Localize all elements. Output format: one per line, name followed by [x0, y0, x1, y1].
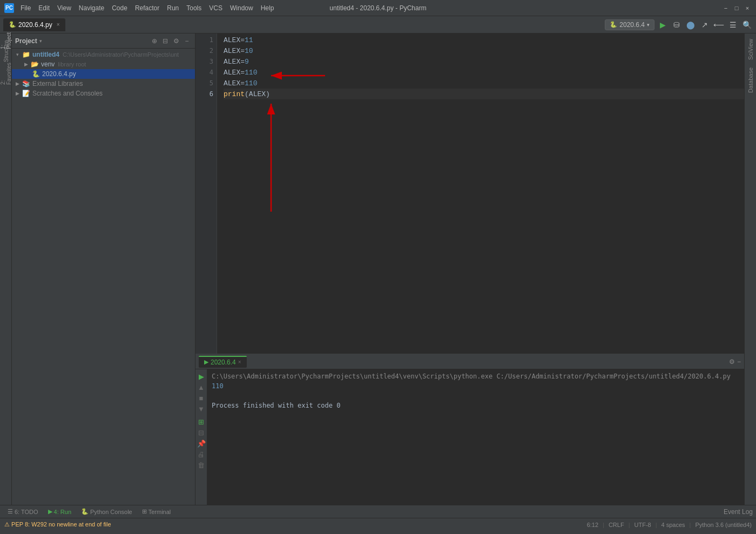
footer-right: Event Log: [724, 508, 753, 516]
minimize-button[interactable]: −: [721, 4, 730, 12]
event-log-link[interactable]: Event Log: [724, 508, 753, 516]
menu-edit[interactable]: Edit: [35, 3, 53, 13]
footer-tabs: ☰ 6: TODO ▶ 4: Run 🐍 Python Console ⊞ Te…: [0, 505, 756, 518]
run-footer-tab[interactable]: ▶ 4: Run: [44, 507, 76, 516]
line-num-5: 5: [195, 78, 217, 89]
project-tree: ▾ 📁 untitled4 C:\Users\Administrator\Pyc…: [12, 49, 195, 505]
run-tab[interactable]: ▶ 2020.6.4 ×: [199, 356, 247, 368]
tree-venv[interactable]: ▶ 📂 venv library root: [12, 59, 195, 69]
new-folder-icon[interactable]: ⊕: [150, 36, 159, 46]
run-print-icon[interactable]: 🖨: [197, 449, 206, 459]
tree-file-py[interactable]: 🐍 2020.6.4.py: [12, 69, 195, 79]
expand-arrow-venv-icon: ▶: [23, 61, 29, 67]
right-sidebar: SciView Database: [744, 33, 756, 505]
structure-panel-toggle[interactable]: Structure: [1, 46, 11, 56]
menu-file[interactable]: File: [17, 3, 34, 13]
code-line-1: ALEX=11: [224, 35, 744, 45]
run-config-name: 2020.6.4: [619, 21, 645, 29]
run-rerun-icon[interactable]: ⊞: [197, 417, 206, 427]
run-up-icon[interactable]: ▲: [197, 382, 206, 392]
editor-tab-active[interactable]: 🐍 2020.6.4.py ×: [3, 18, 65, 31]
sciview-label[interactable]: SciView: [746, 36, 755, 63]
settings-toolbar-button[interactable]: ☰: [727, 19, 739, 31]
tree-root[interactable]: ▾ 📁 untitled4 C:\Users\Administrator\Pyc…: [12, 50, 195, 59]
gear-icon[interactable]: ⚙: [171, 36, 181, 46]
python-console-tab[interactable]: 🐍 Python Console: [77, 507, 137, 516]
line-num-4: 4: [195, 67, 217, 78]
tab-close-icon[interactable]: ×: [57, 22, 60, 28]
menu-view[interactable]: View: [54, 3, 75, 13]
code-line-2: ALEX=10: [224, 45, 744, 56]
editor-area: 1 2 3 4 5 6 ALEX=11 ALEX=10 ALEX=9 ALEX=…: [195, 33, 744, 354]
menu-navigate[interactable]: Navigate: [76, 3, 107, 13]
maximize-button[interactable]: □: [732, 4, 741, 12]
folder-venv-icon: 📂: [30, 60, 39, 69]
python-console-icon: 🐍: [81, 508, 89, 515]
encoding: UTF-8: [634, 522, 651, 528]
database-label[interactable]: Database: [746, 64, 755, 96]
code-line-4: ALEX=110: [224, 67, 744, 78]
line-num-2: 2: [195, 45, 217, 56]
terminal-tab[interactable]: ⊞ Terminal: [138, 507, 176, 516]
run-button[interactable]: ▶: [657, 19, 669, 31]
python-version: Python 3.6 (untitled4): [695, 522, 752, 528]
run-close-icon[interactable]: 🗑: [197, 460, 206, 470]
run-side-icons: ▶ ▲ ■ ▼ ⊞ ⊟ 📌 🖨 🗑: [195, 369, 207, 505]
line-num-3: 3: [195, 56, 217, 67]
settings-bottom-icon[interactable]: ⚙: [729, 358, 735, 366]
dropdown-arrow-icon: ▾: [39, 38, 42, 44]
search-everywhere-button[interactable]: 🔍: [741, 19, 753, 31]
line-ending: CRLF: [609, 522, 624, 528]
dropdown-icon: ▾: [647, 22, 650, 28]
code-line-3: ALEX=9: [224, 56, 744, 67]
left-gutter: 1: Project Structure 2: Favorites: [0, 33, 12, 505]
run-stop-icon[interactable]: ■: [197, 393, 206, 403]
run-tab-close-icon[interactable]: ×: [238, 359, 241, 365]
tree-external-libs[interactable]: ▶ 📚 External Libraries: [12, 79, 195, 89]
run-align-icon[interactable]: ⊟: [197, 428, 206, 437]
menu-refactor[interactable]: Refactor: [132, 3, 163, 13]
expand-ext-libs-icon: ▶: [14, 80, 21, 87]
venv-label: library root: [58, 61, 86, 67]
menu-vcs[interactable]: VCS: [206, 3, 226, 13]
run-area: ▶ ▲ ■ ▼ ⊞ ⊟ 📌 🖨 🗑 C:\Users\Administrator…: [195, 369, 744, 505]
root-name: untitled4: [32, 51, 59, 58]
run-config-selector[interactable]: 🐍 2020.6.4 ▾: [605, 19, 654, 30]
minimize-bottom-icon[interactable]: −: [737, 358, 741, 366]
coverage-button[interactable]: ⛁: [671, 19, 683, 31]
run-down-icon[interactable]: ▼: [197, 404, 206, 414]
favorites-panel-toggle[interactable]: 2: Favorites: [1, 57, 11, 90]
line-num-1: 1: [195, 35, 217, 45]
debug-button[interactable]: ⬤: [685, 19, 697, 31]
run-play-icon[interactable]: ▶: [197, 371, 206, 381]
close-button[interactable]: ×: [743, 4, 752, 12]
py-file-icon: 🐍: [31, 70, 40, 78]
todo-label: 6: TODO: [15, 509, 38, 515]
ext-libs-name: External Libraries: [32, 80, 83, 87]
profile-button[interactable]: ↗: [699, 19, 711, 31]
collapse-all-icon[interactable]: ⊟: [160, 36, 170, 46]
close-panel-icon[interactable]: −: [182, 36, 192, 46]
menu-code[interactable]: Code: [109, 3, 131, 13]
menu-run[interactable]: Run: [164, 3, 182, 13]
terminal-icon: ⊞: [142, 508, 147, 515]
pep8-warning: ⚠ PEP 8: W292 no newline at end of file: [4, 521, 111, 528]
status-sep-3: |: [656, 522, 657, 528]
main-area: 1: Project Structure 2: Favorites Projec…: [0, 33, 756, 505]
menu-window[interactable]: Window: [227, 3, 256, 13]
line-num-6: 6: [195, 89, 217, 99]
editor-column: 1 2 3 4 5 6 ALEX=11 ALEX=10 ALEX=9 ALEX=…: [195, 33, 744, 505]
root-path: C:\Users\Administrator\PycharmProjects\u…: [63, 51, 179, 58]
run-footer-label: 4: Run: [54, 509, 71, 515]
run-pin-icon[interactable]: 📌: [197, 438, 206, 448]
todo-tab[interactable]: ☰ 6: TODO: [3, 507, 43, 516]
run-config-area: 🐍 2020.6.4 ▾ ▶ ⛁ ⬤ ↗ ⟵ ☰ 🔍: [605, 19, 753, 31]
output-result: 110: [212, 381, 740, 391]
menu-help[interactable]: Help: [258, 3, 278, 13]
concurrency-button[interactable]: ⟵: [713, 19, 725, 31]
project-folder-icon: 📁: [22, 50, 30, 59]
code-editor[interactable]: ALEX=11 ALEX=10 ALEX=9 ALEX=110 ALEX=110…: [217, 33, 744, 354]
run-footer-icon: ▶: [48, 508, 52, 515]
tree-scratches[interactable]: ▶ 📝 Scratches and Consoles: [12, 89, 195, 98]
menu-tools[interactable]: Tools: [183, 3, 205, 13]
